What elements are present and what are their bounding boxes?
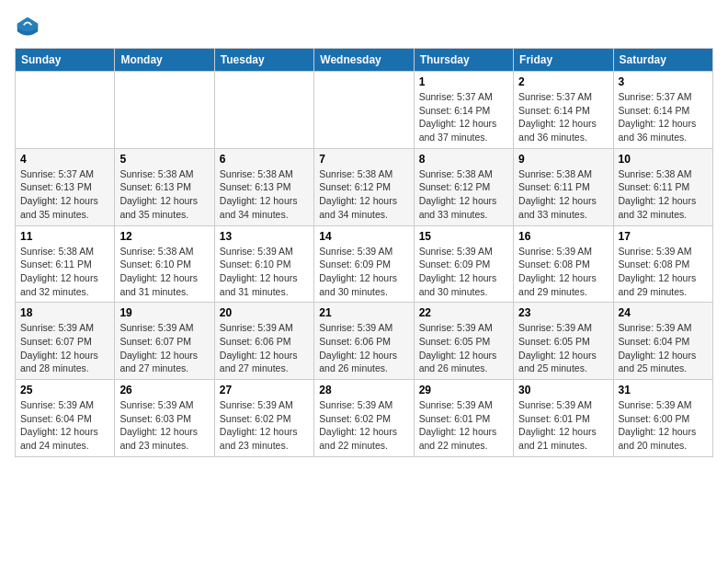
day-info: Sunrise: 5:39 AM Sunset: 6:08 PM Dayligh… bbox=[619, 245, 708, 299]
calendar-week-row: 25Sunrise: 5:39 AM Sunset: 6:04 PM Dayli… bbox=[16, 380, 713, 457]
day-number: 7 bbox=[319, 153, 408, 166]
day-number: 26 bbox=[119, 384, 209, 396]
calendar-week-row: 4Sunrise: 5:37 AM Sunset: 6:13 PM Daylig… bbox=[16, 148, 713, 225]
day-info: Sunrise: 5:38 AM Sunset: 6:12 PM Dayligh… bbox=[419, 167, 508, 222]
day-number: 24 bbox=[619, 306, 708, 319]
day-of-week-header: Wednesday bbox=[314, 49, 414, 72]
day-number: 28 bbox=[319, 384, 408, 396]
day-number: 25 bbox=[20, 384, 109, 396]
calendar-day-cell bbox=[16, 72, 115, 149]
day-number: 20 bbox=[220, 306, 309, 319]
calendar-day-cell: 7Sunrise: 5:38 AM Sunset: 6:12 PM Daylig… bbox=[314, 148, 414, 225]
calendar-week-row: 1Sunrise: 5:37 AM Sunset: 6:14 PM Daylig… bbox=[16, 72, 713, 149]
day-number: 12 bbox=[119, 230, 209, 243]
calendar-day-cell: 1Sunrise: 5:37 AM Sunset: 6:14 PM Daylig… bbox=[414, 72, 513, 149]
calendar-day-cell: 27Sunrise: 5:39 AM Sunset: 6:02 PM Dayli… bbox=[214, 380, 313, 457]
day-number: 13 bbox=[220, 230, 309, 243]
logo-icon bbox=[15, 15, 40, 40]
calendar-day-cell: 17Sunrise: 5:39 AM Sunset: 6:08 PM Dayli… bbox=[613, 225, 712, 303]
day-info: Sunrise: 5:39 AM Sunset: 6:07 PM Dayligh… bbox=[20, 321, 109, 375]
calendar-day-cell: 2Sunrise: 5:37 AM Sunset: 6:14 PM Daylig… bbox=[514, 72, 613, 149]
day-number: 8 bbox=[419, 153, 508, 166]
day-number: 16 bbox=[518, 230, 608, 243]
day-number: 27 bbox=[220, 384, 309, 396]
day-number: 21 bbox=[319, 306, 408, 319]
page-header bbox=[15, 15, 713, 40]
day-info: Sunrise: 5:38 AM Sunset: 6:12 PM Dayligh… bbox=[319, 167, 408, 222]
calendar-day-cell: 6Sunrise: 5:38 AM Sunset: 6:13 PM Daylig… bbox=[214, 148, 313, 225]
day-info: Sunrise: 5:39 AM Sunset: 6:01 PM Dayligh… bbox=[419, 398, 508, 453]
calendar-day-cell: 20Sunrise: 5:39 AM Sunset: 6:06 PM Dayli… bbox=[214, 303, 313, 380]
calendar-day-cell: 21Sunrise: 5:39 AM Sunset: 6:06 PM Dayli… bbox=[314, 303, 414, 380]
calendar-week-row: 11Sunrise: 5:38 AM Sunset: 6:11 PM Dayli… bbox=[16, 225, 713, 303]
day-info: Sunrise: 5:38 AM Sunset: 6:11 PM Dayligh… bbox=[619, 167, 708, 222]
day-number: 14 bbox=[319, 230, 408, 243]
day-number: 4 bbox=[20, 153, 109, 166]
day-info: Sunrise: 5:39 AM Sunset: 6:05 PM Dayligh… bbox=[518, 321, 608, 375]
calendar-day-cell: 29Sunrise: 5:39 AM Sunset: 6:01 PM Dayli… bbox=[414, 380, 513, 457]
day-number: 23 bbox=[518, 306, 608, 319]
calendar-day-cell: 3Sunrise: 5:37 AM Sunset: 6:14 PM Daylig… bbox=[613, 72, 712, 149]
day-info: Sunrise: 5:38 AM Sunset: 6:11 PM Dayligh… bbox=[20, 245, 109, 299]
day-info: Sunrise: 5:37 AM Sunset: 6:14 PM Dayligh… bbox=[619, 90, 708, 144]
day-info: Sunrise: 5:39 AM Sunset: 6:07 PM Dayligh… bbox=[119, 321, 209, 375]
logo bbox=[15, 15, 44, 40]
day-info: Sunrise: 5:39 AM Sunset: 6:00 PM Dayligh… bbox=[619, 398, 708, 453]
day-info: Sunrise: 5:39 AM Sunset: 6:04 PM Dayligh… bbox=[619, 321, 708, 375]
calendar-day-cell: 12Sunrise: 5:38 AM Sunset: 6:10 PM Dayli… bbox=[115, 225, 214, 303]
calendar-day-cell: 16Sunrise: 5:39 AM Sunset: 6:08 PM Dayli… bbox=[514, 225, 613, 303]
calendar-day-cell: 26Sunrise: 5:39 AM Sunset: 6:03 PM Dayli… bbox=[115, 380, 214, 457]
calendar-table: SundayMondayTuesdayWednesdayThursdayFrid… bbox=[15, 48, 713, 457]
calendar-day-cell: 8Sunrise: 5:38 AM Sunset: 6:12 PM Daylig… bbox=[414, 148, 513, 225]
calendar-day-cell: 5Sunrise: 5:38 AM Sunset: 6:13 PM Daylig… bbox=[115, 148, 214, 225]
day-info: Sunrise: 5:39 AM Sunset: 6:06 PM Dayligh… bbox=[319, 321, 408, 375]
day-info: Sunrise: 5:39 AM Sunset: 6:04 PM Dayligh… bbox=[20, 398, 109, 453]
calendar-day-cell: 24Sunrise: 5:39 AM Sunset: 6:04 PM Dayli… bbox=[613, 303, 712, 380]
day-info: Sunrise: 5:39 AM Sunset: 6:06 PM Dayligh… bbox=[220, 321, 309, 375]
calendar-day-cell bbox=[115, 72, 214, 149]
day-of-week-header: Friday bbox=[514, 49, 613, 72]
day-info: Sunrise: 5:39 AM Sunset: 6:09 PM Dayligh… bbox=[419, 245, 508, 299]
day-of-week-header: Sunday bbox=[16, 49, 115, 72]
day-info: Sunrise: 5:39 AM Sunset: 6:08 PM Dayligh… bbox=[518, 245, 608, 299]
calendar-day-cell: 10Sunrise: 5:38 AM Sunset: 6:11 PM Dayli… bbox=[613, 148, 712, 225]
day-number: 1 bbox=[419, 75, 508, 88]
day-number: 15 bbox=[419, 230, 508, 243]
calendar-day-cell: 13Sunrise: 5:39 AM Sunset: 6:10 PM Dayli… bbox=[214, 225, 313, 303]
day-number: 6 bbox=[220, 153, 309, 166]
calendar-week-row: 18Sunrise: 5:39 AM Sunset: 6:07 PM Dayli… bbox=[16, 303, 713, 380]
day-info: Sunrise: 5:38 AM Sunset: 6:11 PM Dayligh… bbox=[518, 167, 608, 222]
calendar-day-cell: 18Sunrise: 5:39 AM Sunset: 6:07 PM Dayli… bbox=[16, 303, 115, 380]
day-info: Sunrise: 5:39 AM Sunset: 6:05 PM Dayligh… bbox=[419, 321, 508, 375]
day-info: Sunrise: 5:39 AM Sunset: 6:02 PM Dayligh… bbox=[220, 398, 309, 453]
day-number: 10 bbox=[619, 153, 708, 166]
day-of-week-header: Monday bbox=[115, 49, 214, 72]
calendar-day-cell bbox=[214, 72, 313, 149]
day-number: 22 bbox=[419, 306, 508, 319]
calendar-day-cell: 30Sunrise: 5:39 AM Sunset: 6:01 PM Dayli… bbox=[514, 380, 613, 457]
day-info: Sunrise: 5:38 AM Sunset: 6:13 PM Dayligh… bbox=[119, 167, 209, 222]
day-number: 19 bbox=[119, 306, 209, 319]
calendar-day-cell: 11Sunrise: 5:38 AM Sunset: 6:11 PM Dayli… bbox=[16, 225, 115, 303]
day-info: Sunrise: 5:37 AM Sunset: 6:13 PM Dayligh… bbox=[20, 167, 109, 222]
day-number: 30 bbox=[518, 384, 608, 396]
calendar-day-cell: 22Sunrise: 5:39 AM Sunset: 6:05 PM Dayli… bbox=[414, 303, 513, 380]
day-info: Sunrise: 5:38 AM Sunset: 6:10 PM Dayligh… bbox=[119, 245, 209, 299]
calendar-day-cell: 4Sunrise: 5:37 AM Sunset: 6:13 PM Daylig… bbox=[16, 148, 115, 225]
day-number: 2 bbox=[518, 75, 608, 88]
day-number: 9 bbox=[518, 153, 608, 166]
day-number: 17 bbox=[619, 230, 708, 243]
header-row: SundayMondayTuesdayWednesdayThursdayFrid… bbox=[16, 49, 713, 72]
day-info: Sunrise: 5:39 AM Sunset: 6:01 PM Dayligh… bbox=[518, 398, 608, 453]
calendar-day-cell: 25Sunrise: 5:39 AM Sunset: 6:04 PM Dayli… bbox=[16, 380, 115, 457]
day-number: 5 bbox=[119, 153, 209, 166]
day-info: Sunrise: 5:39 AM Sunset: 6:03 PM Dayligh… bbox=[119, 398, 209, 453]
day-number: 11 bbox=[20, 230, 109, 243]
day-info: Sunrise: 5:37 AM Sunset: 6:14 PM Dayligh… bbox=[518, 90, 608, 144]
day-of-week-header: Tuesday bbox=[214, 49, 313, 72]
calendar-day-cell: 31Sunrise: 5:39 AM Sunset: 6:00 PM Dayli… bbox=[613, 380, 712, 457]
day-info: Sunrise: 5:38 AM Sunset: 6:13 PM Dayligh… bbox=[220, 167, 309, 222]
calendar-day-cell: 15Sunrise: 5:39 AM Sunset: 6:09 PM Dayli… bbox=[414, 225, 513, 303]
calendar-day-cell: 19Sunrise: 5:39 AM Sunset: 6:07 PM Dayli… bbox=[115, 303, 214, 380]
day-info: Sunrise: 5:39 AM Sunset: 6:09 PM Dayligh… bbox=[319, 245, 408, 299]
